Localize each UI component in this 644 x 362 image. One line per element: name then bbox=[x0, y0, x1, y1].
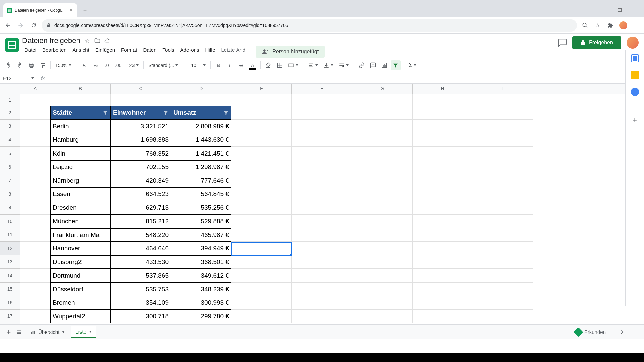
cell-E1[interactable] bbox=[231, 94, 292, 106]
zoom-icon[interactable] bbox=[580, 21, 590, 30]
cell-I7[interactable] bbox=[473, 174, 533, 188]
cell-F16[interactable] bbox=[292, 296, 352, 310]
col-header-H[interactable]: H bbox=[413, 84, 473, 94]
cell-G16[interactable] bbox=[352, 296, 413, 310]
cell-E13[interactable] bbox=[231, 255, 292, 269]
cell-I2[interactable] bbox=[473, 106, 533, 120]
close-tab-icon[interactable]: ✕ bbox=[68, 8, 74, 13]
cell-A1[interactable] bbox=[20, 94, 50, 106]
cell-F17[interactable] bbox=[292, 310, 352, 323]
cell-B17[interactable]: Wuppertal2 bbox=[50, 310, 111, 323]
cell-D16[interactable]: 300.993 € bbox=[171, 296, 231, 310]
url-bar[interactable]: docs.google.com/spreadsheets/d/1L0CRXrgx… bbox=[42, 19, 577, 32]
cell-A11[interactable] bbox=[20, 228, 50, 242]
cell-H4[interactable] bbox=[413, 133, 473, 147]
cell-C4[interactable]: 1.698.388 bbox=[111, 133, 171, 147]
cell-D12[interactable]: 394.949 € bbox=[171, 242, 231, 255]
cell-D6[interactable]: 1.298.987 € bbox=[171, 160, 231, 174]
cell-G13[interactable] bbox=[352, 255, 413, 269]
row-header-4[interactable]: 4 bbox=[0, 133, 20, 147]
cell-F7[interactable] bbox=[292, 174, 352, 188]
cell-I11[interactable] bbox=[473, 228, 533, 242]
undo-button[interactable] bbox=[3, 60, 13, 70]
cell-E6[interactable] bbox=[231, 160, 292, 174]
menu-help[interactable]: Hilfe bbox=[203, 46, 217, 58]
cell-A2[interactable] bbox=[20, 106, 50, 120]
cell-H10[interactable] bbox=[413, 215, 473, 228]
cell-E15[interactable] bbox=[231, 283, 292, 296]
cell-F13[interactable] bbox=[292, 255, 352, 269]
cell-D2[interactable]: Umsatz bbox=[171, 106, 231, 120]
cell-C9[interactable]: 629.713 bbox=[111, 201, 171, 215]
cell-G6[interactable] bbox=[352, 160, 413, 174]
cell-B16[interactable]: Bremen bbox=[50, 296, 111, 310]
share-button[interactable]: Freigeben bbox=[572, 36, 621, 49]
menu-format[interactable]: Format bbox=[119, 46, 140, 58]
cell-B13[interactable]: Duisburg2 bbox=[50, 255, 111, 269]
cell-H2[interactable] bbox=[413, 106, 473, 120]
cell-D5[interactable]: 1.421.451 € bbox=[171, 147, 231, 161]
menu-data[interactable]: Daten bbox=[141, 46, 159, 58]
explore-button[interactable]: Erkunden bbox=[571, 327, 610, 338]
cell-I5[interactable] bbox=[473, 147, 533, 161]
cell-E16[interactable] bbox=[231, 296, 292, 310]
cell-G5[interactable] bbox=[352, 147, 413, 161]
cell-E3[interactable] bbox=[231, 120, 292, 133]
window-minimize-button[interactable] bbox=[596, 5, 611, 15]
select-all-corner[interactable] bbox=[0, 84, 20, 94]
cell-H5[interactable] bbox=[413, 147, 473, 161]
cell-B14[interactable]: Dortmund bbox=[50, 269, 111, 283]
move-icon[interactable] bbox=[94, 37, 101, 44]
cell-E5[interactable] bbox=[231, 147, 292, 161]
cell-B7[interactable]: Nürnberg bbox=[50, 174, 111, 188]
cell-D10[interactable]: 529.888 € bbox=[171, 215, 231, 228]
cell-I14[interactable] bbox=[473, 269, 533, 283]
cell-D15[interactable]: 348.239 € bbox=[171, 283, 231, 296]
cell-G4[interactable] bbox=[352, 133, 413, 147]
cell-B12[interactable]: Hannover bbox=[50, 242, 111, 255]
cell-F15[interactable] bbox=[292, 283, 352, 296]
name-box[interactable]: E12 bbox=[0, 73, 37, 83]
cell-A9[interactable] bbox=[20, 201, 50, 215]
back-button[interactable] bbox=[3, 21, 13, 30]
cell-E4[interactable] bbox=[231, 133, 292, 147]
cell-B6[interactable]: Leipzig bbox=[50, 160, 111, 174]
menu-edit[interactable]: Bearbeiten bbox=[40, 46, 69, 58]
col-header-A[interactable]: A bbox=[20, 84, 50, 94]
tasks-icon[interactable] bbox=[631, 88, 639, 96]
cell-F4[interactable] bbox=[292, 133, 352, 147]
cell-D8[interactable]: 564.845 € bbox=[171, 187, 231, 201]
cell-G15[interactable] bbox=[352, 283, 413, 296]
cell-A8[interactable] bbox=[20, 187, 50, 201]
cell-B3[interactable]: Berlin bbox=[50, 120, 111, 133]
row-header-11[interactable]: 11 bbox=[0, 228, 20, 242]
cell-H13[interactable] bbox=[413, 255, 473, 269]
cell-H9[interactable] bbox=[413, 201, 473, 215]
text-wrap-button[interactable] bbox=[337, 62, 351, 68]
cloud-status-icon[interactable] bbox=[104, 37, 111, 44]
cell-I17[interactable] bbox=[473, 310, 533, 323]
add-addon-icon[interactable]: + bbox=[631, 116, 639, 124]
cell-D17[interactable]: 299.780 € bbox=[171, 310, 231, 323]
cell-A5[interactable] bbox=[20, 147, 50, 161]
format-percent-button[interactable]: % bbox=[91, 60, 101, 70]
cell-A16[interactable] bbox=[20, 296, 50, 310]
sheets-logo-icon[interactable] bbox=[5, 38, 19, 52]
cell-G11[interactable] bbox=[352, 228, 413, 242]
cell-D13[interactable]: 368.501 € bbox=[171, 255, 231, 269]
cell-A17[interactable] bbox=[20, 310, 50, 323]
cell-A12[interactable] bbox=[20, 242, 50, 255]
sheet-tab-uebersicht[interactable]: Übersicht bbox=[25, 326, 69, 338]
format-currency-button[interactable]: € bbox=[79, 60, 89, 70]
cell-I3[interactable] bbox=[473, 120, 533, 133]
keep-icon[interactable] bbox=[631, 71, 639, 79]
col-header-E[interactable]: E bbox=[231, 84, 292, 94]
cell-G12[interactable] bbox=[352, 242, 413, 255]
account-avatar[interactable] bbox=[627, 37, 639, 49]
cell-I9[interactable] bbox=[473, 201, 533, 215]
all-sheets-button[interactable] bbox=[14, 327, 25, 338]
cell-C17[interactable]: 300.718 bbox=[111, 310, 171, 323]
cell-G7[interactable] bbox=[352, 174, 413, 188]
merge-cells-button[interactable] bbox=[286, 62, 300, 68]
cell-G14[interactable] bbox=[352, 269, 413, 283]
